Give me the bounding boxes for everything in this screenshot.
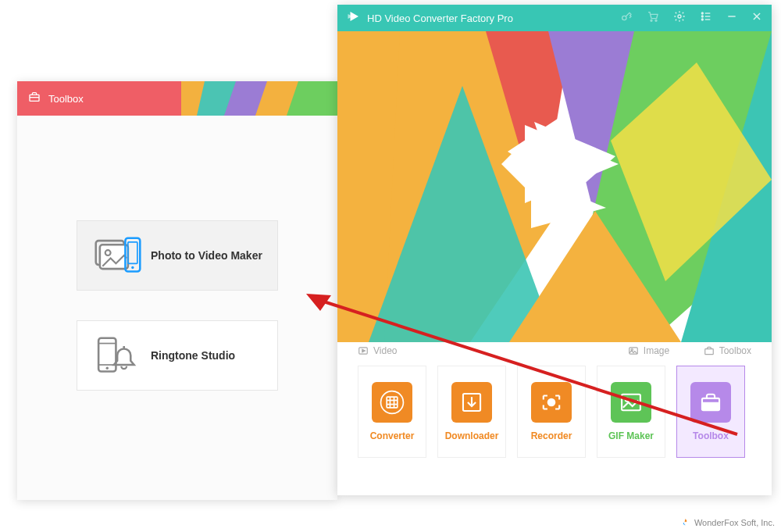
toolbox-window: Toolbox Photo to Video Maker — [17, 81, 337, 500]
svg-marker-50 — [362, 349, 366, 352]
converter-icon — [372, 382, 412, 423]
tool-photo-to-video[interactable]: Photo to Video Maker — [77, 220, 278, 291]
close-icon[interactable] — [751, 11, 762, 25]
svg-point-23 — [678, 15, 681, 18]
cart-icon[interactable] — [647, 10, 659, 26]
toolbox-titlebar: Toolbox — [17, 81, 337, 116]
tile-converter[interactable]: Converter — [358, 366, 426, 458]
main-titlebar: HD Video Converter Factory Pro — [337, 5, 772, 31]
cat-image: Image — [628, 345, 704, 356]
minimize-icon[interactable] — [726, 11, 737, 25]
key-icon[interactable] — [620, 10, 633, 26]
svg-point-28 — [701, 19, 703, 20]
tile-downloader[interactable]: Downloader — [437, 366, 506, 458]
cat-video: Video — [358, 345, 628, 356]
app-logo-icon — [347, 9, 361, 27]
photo-video-icon — [91, 237, 144, 274]
main-window: HD Video Converter Factory Pro — [337, 5, 772, 495]
ringtone-icon — [91, 337, 144, 374]
svg-point-24 — [701, 12, 703, 14]
tool-tiles: Converter Downloader Recorder GIF Maker … — [337, 356, 772, 458]
wonderfox-logo-icon — [680, 518, 690, 527]
cat-image-label: Image — [644, 345, 669, 356]
header-decoration — [181, 81, 337, 116]
toolbox-icon — [28, 91, 41, 106]
watermark: WonderFox Soft, Inc. — [680, 518, 775, 527]
tool-ringtone-label: Ringtone Studio — [151, 349, 235, 362]
toolbox-title: Toolbox — [48, 93, 84, 105]
tile-downloader-label: Downloader — [445, 430, 499, 441]
tool-photo-label: Photo to Video Maker — [151, 249, 262, 262]
svg-point-16 — [106, 367, 109, 370]
recorder-icon — [531, 382, 572, 423]
svg-point-22 — [655, 20, 657, 21]
banner-art — [337, 31, 772, 342]
svg-point-26 — [701, 16, 703, 17]
gif-icon — [611, 382, 651, 423]
svg-rect-53 — [704, 349, 713, 355]
tile-gif-label: GIF Maker — [608, 430, 654, 441]
list-icon[interactable] — [700, 10, 712, 26]
tile-toolbox-label: Toolbox — [693, 430, 729, 441]
header-icons — [620, 10, 762, 26]
tile-recorder-label: Recorder — [531, 430, 572, 441]
tile-recorder[interactable]: Recorder — [517, 366, 586, 458]
svg-point-20 — [622, 16, 626, 20]
cat-toolbox-label: Toolbox — [719, 345, 751, 356]
tile-toolbox[interactable]: Toolbox — [676, 366, 745, 458]
category-row: Video Image Toolbox — [337, 345, 772, 356]
svg-rect-63 — [622, 395, 640, 410]
tile-converter-label: Converter — [370, 430, 415, 441]
svg-point-64 — [626, 398, 629, 401]
svg-point-62 — [548, 399, 555, 406]
tile-gif-maker[interactable]: GIF Maker — [597, 366, 665, 458]
svg-point-21 — [651, 20, 652, 21]
svg-point-12 — [131, 266, 134, 269]
svg-rect-11 — [128, 242, 137, 263]
svg-point-54 — [381, 391, 404, 414]
toolbox-tile-icon — [690, 382, 731, 423]
tool-ringtone-studio[interactable]: Ringtone Studio — [77, 320, 278, 391]
cat-video-label: Video — [373, 345, 397, 356]
cat-toolbox: Toolbox — [704, 345, 751, 356]
gear-icon[interactable] — [673, 10, 686, 26]
downloader-icon — [451, 382, 492, 423]
app-title: HD Video Converter Factory Pro — [367, 12, 620, 24]
watermark-text: WonderFox Soft, Inc. — [694, 518, 775, 527]
svg-rect-55 — [387, 397, 398, 408]
